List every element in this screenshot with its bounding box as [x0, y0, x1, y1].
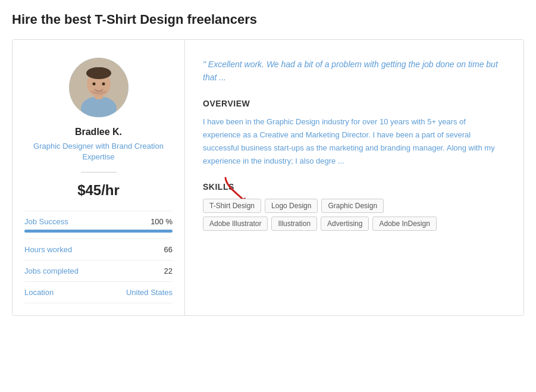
jobs-completed-label: Jobs completed	[24, 266, 79, 275]
location-value: United States	[126, 288, 173, 297]
job-success-label: Job Success	[24, 217, 68, 226]
skills-section: SKILLS T-Shirt Design Logo Design Graphi…	[203, 182, 506, 231]
skill-tag-tshirt[interactable]: T-Shirt Design	[203, 199, 261, 213]
page-title: Hire the best T-Shirt Design freelancers	[12, 12, 524, 27]
skill-tag-illustrator[interactable]: Adobe Illustrator	[203, 217, 268, 231]
rate: $45/hr	[77, 182, 120, 199]
skill-tag-logo[interactable]: Logo Design	[265, 199, 318, 213]
review-quote: " Excellent work. We had a bit of a prob…	[203, 58, 506, 84]
hours-worked-label: Hours worked	[24, 245, 72, 254]
freelancer-content: " Excellent work. We had a bit of a prob…	[185, 40, 524, 315]
skills-row-1: T-Shirt Design Logo Design Graphic Desig…	[203, 199, 506, 213]
hours-worked-value: 66	[164, 245, 173, 254]
page-wrapper: Hire the best T-Shirt Design freelancers	[0, 0, 536, 334]
freelancer-name: Bradlee K.	[75, 127, 122, 137]
progress-bar-bg	[24, 230, 173, 233]
location-label: Location	[24, 288, 54, 297]
svg-point-6	[92, 83, 95, 86]
skill-tag-illustration[interactable]: Illustration	[271, 217, 317, 231]
main-card: Bradlee K. Graphic Designer with Brand C…	[12, 39, 524, 316]
overview-title: OVERVIEW	[203, 99, 506, 108]
progress-bar-fill	[24, 230, 173, 233]
job-success-header: Job Success 100 %	[24, 217, 173, 226]
svg-point-5	[87, 67, 110, 77]
overview-text: I have been in the Graphic Design indust…	[203, 115, 506, 168]
skills-row-2: Adobe Illustrator Illustration Advertisi…	[203, 217, 506, 231]
svg-point-7	[102, 83, 105, 86]
stats-table: Job Success 100 % Hours worked 66 Jobs c…	[24, 211, 173, 303]
job-success-row: Job Success 100 %	[24, 211, 173, 239]
freelancer-title: Graphic Designer with Brand Creation Exp…	[24, 141, 173, 162]
jobs-completed-value: 22	[164, 266, 173, 275]
hours-worked-row: Hours worked 66	[24, 239, 173, 261]
skill-tag-indesign[interactable]: Adobe InDesign	[372, 217, 436, 231]
skill-tag-advertising[interactable]: Advertising	[321, 217, 369, 231]
location-row: Location United States	[24, 282, 173, 303]
jobs-completed-row: Jobs completed 22	[24, 261, 173, 282]
skill-tag-graphic[interactable]: Graphic Design	[321, 199, 384, 213]
avatar	[69, 58, 128, 117]
job-success-value: 100 %	[151, 217, 173, 226]
freelancer-sidebar: Bradlee K. Graphic Designer with Brand C…	[12, 40, 185, 315]
divider	[81, 172, 117, 173]
